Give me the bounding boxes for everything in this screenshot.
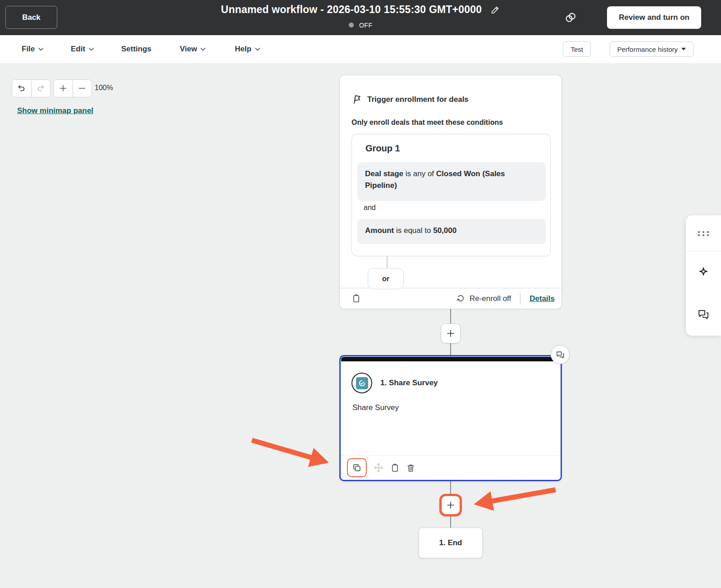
- connector-line: [450, 481, 451, 494]
- action-card-header: 1. Share Survey: [351, 373, 438, 393]
- menu-edit[interactable]: Edit: [71, 35, 94, 63]
- link-icon[interactable]: [564, 11, 577, 24]
- review-and-turn-on-button[interactable]: Review and turn on: [607, 6, 701, 29]
- card-selection-bar: [341, 357, 560, 361]
- copy-icon: [352, 463, 362, 473]
- end-card[interactable]: 1. End: [419, 528, 483, 558]
- zoom-group: [53, 79, 92, 97]
- status-badge: OFF: [359, 22, 373, 29]
- app-icon-circle: [351, 373, 372, 393]
- condition-pill-deal-stage[interactable]: Deal stage is any of Closed Won (Sales P…: [357, 162, 546, 201]
- action-card-share-survey[interactable]: 1. Share Survey Share Survey: [339, 355, 562, 481]
- action-card-toolbar: [341, 455, 561, 480]
- redo-button[interactable]: [31, 80, 50, 97]
- menu-file-label: File: [22, 45, 35, 54]
- menu-help[interactable]: Help: [235, 35, 260, 63]
- or-connector-stub: [387, 256, 388, 269]
- right-tool-panel: [686, 215, 721, 336]
- panel-apps-button[interactable]: [686, 215, 721, 251]
- menu-bar: File Edit Settings View Help Test Perfor…: [0, 35, 721, 63]
- re-enroll-icon: [456, 294, 465, 303]
- test-button-label: Test: [570, 46, 583, 53]
- trigger-card-footer: Re-enroll off Details: [340, 288, 561, 309]
- clipboard-icon[interactable]: [351, 294, 361, 303]
- trigger-footer-right: Re-enroll off Details: [456, 293, 555, 305]
- workflow-title: Unnamed workflow - 2026-03-10 15:55:30 G…: [221, 4, 482, 16]
- copy-action-highlight[interactable]: [347, 458, 367, 477]
- connector-line: [450, 309, 451, 324]
- re-enroll-status: Re-enroll off: [470, 294, 511, 303]
- comments-icon: [556, 350, 565, 360]
- menu-file[interactable]: File: [22, 35, 43, 63]
- condition-field: Amount: [365, 226, 394, 235]
- workflow-editor: Back Unnamed workflow - 2026-03-10 15:55…: [0, 0, 721, 588]
- condition-value: 50,000: [433, 226, 456, 235]
- footer-divider: [520, 293, 520, 305]
- trigger-conditions-subtitle: Only enroll deals that meet these condit…: [351, 119, 503, 127]
- caret-down-icon: [681, 48, 686, 50]
- condition-field: Deal stage: [365, 169, 403, 178]
- condition-pill-amount[interactable]: Amount is equal to 50,000: [357, 219, 546, 244]
- chevron-down-icon: [255, 48, 260, 51]
- menu-settings[interactable]: Settings: [121, 35, 151, 63]
- or-condition-button[interactable]: or: [368, 268, 404, 289]
- connector-line: [450, 516, 451, 528]
- survey-app-icon: [356, 377, 368, 389]
- move-icon: [373, 462, 384, 473]
- zoom-in-button[interactable]: [54, 80, 73, 97]
- action-card-description: Share Survey: [352, 403, 399, 412]
- menu-edit-label: Edit: [71, 45, 85, 54]
- condition-group-title: Group 1: [365, 143, 400, 154]
- clipboard-icon[interactable]: [390, 463, 400, 473]
- trigger-card-title: Trigger enrollment for deals: [367, 95, 469, 104]
- performance-history-label: Performance history: [617, 46, 678, 53]
- status-dot: [349, 23, 354, 27]
- edit-title-icon[interactable]: [490, 5, 500, 15]
- condition-operator: is equal to: [394, 226, 433, 235]
- panel-ai-button[interactable]: [686, 251, 721, 293]
- insert-action-button[interactable]: [441, 324, 461, 343]
- menu-view-label: View: [180, 45, 197, 54]
- sparkle-icon: [696, 265, 711, 280]
- undo-button[interactable]: [12, 80, 31, 97]
- zoom-level: 100%: [95, 84, 113, 92]
- trash-icon[interactable]: [406, 463, 415, 473]
- plus-icon: [446, 500, 456, 510]
- connector-line: [450, 343, 451, 355]
- chevron-down-icon: [89, 48, 94, 51]
- annotation-arrow-copy: [252, 440, 314, 458]
- menu-view[interactable]: View: [180, 35, 205, 63]
- menu-help-label: Help: [235, 45, 251, 54]
- show-minimap-link[interactable]: Show minimap panel: [17, 106, 93, 115]
- chevron-down-icon: [38, 48, 43, 51]
- top-bar: Back Unnamed workflow - 2026-03-10 15:55…: [0, 0, 721, 35]
- workflow-canvas[interactable]: 100% Show minimap panel Trigger enrollme…: [0, 63, 721, 588]
- condition-group[interactable]: Group 1 Deal stage is any of Closed Won …: [351, 134, 551, 256]
- plus-icon: [446, 328, 456, 338]
- condition-operator: is any of: [403, 169, 436, 178]
- action-card-title: 1. Share Survey: [380, 378, 438, 387]
- annotation-arrow-add: [489, 490, 556, 501]
- condition-joiner: and: [364, 204, 376, 212]
- end-card-label: 1. End: [439, 538, 462, 547]
- zoom-out-button[interactable]: [73, 80, 92, 97]
- test-button[interactable]: Test: [563, 41, 591, 57]
- comments-icon: [697, 308, 710, 321]
- trigger-card-header: Trigger enrollment for deals: [351, 94, 469, 105]
- flag-icon: [351, 94, 362, 105]
- details-link[interactable]: Details: [529, 294, 555, 303]
- undo-redo-group: [12, 79, 50, 97]
- add-action-button-highlighted[interactable]: [439, 494, 462, 516]
- menu-settings-label: Settings: [121, 45, 151, 54]
- performance-history-button[interactable]: Performance history: [610, 41, 694, 57]
- trigger-card[interactable]: Trigger enrollment for deals Only enroll…: [339, 75, 562, 309]
- comment-button[interactable]: [551, 345, 570, 364]
- grid-dots-icon: [696, 228, 711, 239]
- chevron-down-icon: [201, 48, 205, 51]
- panel-comments-button[interactable]: [686, 293, 721, 335]
